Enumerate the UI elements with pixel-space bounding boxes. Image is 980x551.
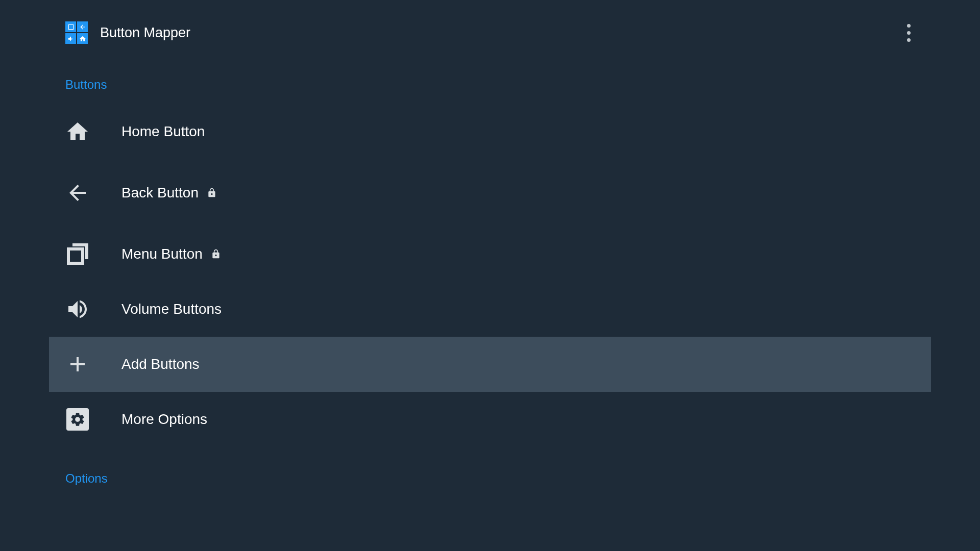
list-item-label: Volume Buttons xyxy=(121,301,222,317)
list-item-label: Add Buttons xyxy=(121,356,200,372)
list-item-volume-buttons[interactable]: Volume Buttons xyxy=(49,282,931,337)
list-item-add-buttons[interactable]: Add Buttons xyxy=(49,337,931,392)
app-header: Button Mapper xyxy=(0,0,980,65)
section-header-buttons: Buttons xyxy=(65,65,931,104)
lock-icon xyxy=(207,188,217,198)
app-icon-recents xyxy=(65,21,76,32)
menu-dot xyxy=(907,31,911,35)
app-title: Button Mapper xyxy=(100,25,190,41)
volume-icon xyxy=(65,297,90,321)
home-icon xyxy=(65,119,90,144)
app-icon-home xyxy=(77,33,88,44)
recents-icon xyxy=(65,242,90,266)
app-icon xyxy=(65,21,88,44)
app-icon-back xyxy=(77,21,88,32)
list-item-label: Back Button xyxy=(121,185,199,201)
app-icon-volume xyxy=(65,33,76,44)
plus-icon xyxy=(65,352,90,377)
list-item-menu-button[interactable]: Menu Button xyxy=(49,227,931,282)
list-item-label: Menu Button xyxy=(121,246,203,262)
section-header-options: Options xyxy=(65,459,931,498)
list-item-label: More Options xyxy=(121,411,207,428)
header-left: Button Mapper xyxy=(65,21,190,44)
overflow-menu-button[interactable] xyxy=(899,16,919,50)
menu-dot xyxy=(907,24,911,28)
list-item-more-options[interactable]: More Options xyxy=(49,392,931,447)
list-item-back-button[interactable]: Back Button xyxy=(49,165,931,220)
lock-icon xyxy=(211,249,221,259)
list-item-home-button[interactable]: Home Button xyxy=(49,104,931,159)
svg-rect-0 xyxy=(68,24,73,29)
back-arrow-icon xyxy=(65,181,90,205)
main-content: Buttons Home Button Back Button Menu But… xyxy=(0,65,980,498)
gear-icon xyxy=(65,407,90,432)
list-item-label: Home Button xyxy=(121,123,205,140)
menu-dot xyxy=(907,38,911,42)
